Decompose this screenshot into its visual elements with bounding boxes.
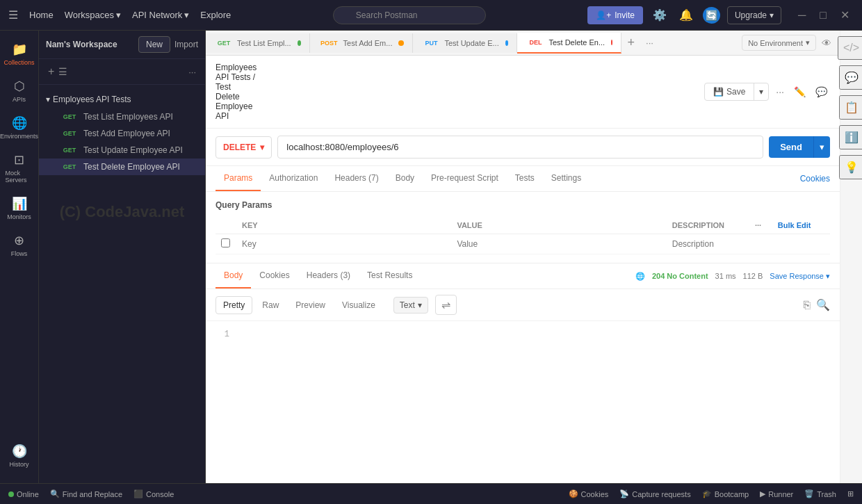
invite-button[interactable]: 👤+ Invite bbox=[587, 6, 643, 24]
cookies-link[interactable]: Cookies bbox=[800, 174, 830, 184]
save-dropdown-button[interactable]: ▾ bbox=[754, 83, 768, 100]
tab-get-list[interactable]: GET Test List Empl... bbox=[206, 33, 310, 53]
tab-delete-active[interactable]: DEL Test Delete En... bbox=[517, 33, 621, 54]
sync-icon[interactable]: 🔄 bbox=[703, 7, 720, 24]
tab-post-add[interactable]: POST Test Add Em... bbox=[310, 33, 413, 53]
search-input[interactable]: Search Postman bbox=[333, 6, 486, 24]
minimize-button[interactable]: ─ bbox=[794, 7, 810, 23]
add-collection-button[interactable]: + bbox=[46, 63, 56, 80]
filter-button[interactable]: ☰ bbox=[56, 64, 70, 79]
fmt-tab-pretty[interactable]: Pretty bbox=[216, 296, 252, 314]
api-network-link[interactable]: API Network ▾ bbox=[132, 10, 189, 20]
fmt-tab-visualize[interactable]: Visualize bbox=[335, 297, 382, 314]
right-info-icon[interactable]: ℹ️ bbox=[839, 125, 863, 149]
row-checkbox[interactable] bbox=[221, 238, 230, 247]
wrap-icon[interactable]: ⇌ bbox=[435, 295, 457, 315]
add-tab-button[interactable]: + bbox=[621, 35, 640, 50]
right-comment-icon[interactable]: 💬 bbox=[839, 65, 863, 90]
send-dropdown-button[interactable]: ▾ bbox=[813, 136, 830, 158]
bulk-edit-button[interactable]: Bulk Edit bbox=[778, 221, 811, 229]
runner-button[interactable]: ▶ Runner bbox=[760, 489, 793, 498]
console-button[interactable]: ⬛ Console bbox=[133, 489, 174, 498]
settings-icon[interactable]: ⚙️ bbox=[650, 6, 669, 24]
col-bulk[interactable]: Bulk Edit bbox=[772, 217, 830, 234]
notifications-icon[interactable]: 🔔 bbox=[676, 6, 696, 24]
tab-authorization[interactable]: Authorization bbox=[261, 166, 326, 191]
collection-more-button[interactable]: ··· bbox=[186, 65, 198, 79]
params-section: Query Params KEY VALUE DESCRIPTION ··· B… bbox=[206, 192, 840, 263]
trash-button[interactable]: 🗑️ Trash bbox=[804, 489, 836, 498]
edit-icon[interactable]: ✏️ bbox=[791, 83, 808, 100]
layout-button[interactable]: ⊞ bbox=[847, 489, 854, 498]
collection-tree: ▾ Employees API Tests GET Test List Empl… bbox=[39, 85, 205, 483]
right-clipboard-icon[interactable]: 📋 bbox=[839, 95, 863, 120]
env-select-dropdown[interactable]: No Environment ▾ bbox=[742, 35, 816, 51]
capture-button[interactable]: 📡 Capture requests bbox=[619, 489, 690, 498]
sidebar-item-environments[interactable]: 🌐 Environments bbox=[3, 110, 36, 144]
fmt-tab-preview[interactable]: Preview bbox=[288, 297, 332, 314]
right-sidebar: </> 💬 📋 ℹ️ 💡 bbox=[840, 31, 862, 483]
resp-tab-cookies[interactable]: Cookies bbox=[251, 263, 298, 288]
save-button[interactable]: 💾 Save bbox=[705, 83, 754, 100]
fmt-tab-raw[interactable]: Raw bbox=[255, 297, 286, 314]
breadcrumb-collection[interactable]: Employees API Tests bbox=[216, 63, 257, 82]
menu-icon[interactable]: ☰ bbox=[8, 8, 18, 22]
home-link[interactable]: Home bbox=[29, 10, 54, 20]
more-tabs-button[interactable]: ··· bbox=[640, 38, 659, 48]
sidebar-item-apis[interactable]: ⬡ APIs bbox=[3, 73, 36, 107]
sidebar-item-flows[interactable]: ⊕ Flows bbox=[3, 227, 36, 261]
tab-settings[interactable]: Settings bbox=[543, 166, 589, 191]
sidebar-item-collections[interactable]: 📁 Collections bbox=[3, 36, 36, 70]
globe-icon: 🌐 bbox=[635, 272, 645, 281]
cookies-bottom-button[interactable]: 🍪 Cookies bbox=[569, 489, 609, 498]
sidebar-item-history[interactable]: 🕐 History bbox=[3, 438, 36, 472]
request-tabs: Params Authorization Headers (7) Body Pr… bbox=[206, 166, 840, 192]
description-input[interactable] bbox=[672, 239, 824, 249]
resp-tab-headers[interactable]: Headers (3) bbox=[298, 263, 359, 288]
env-settings-icon[interactable]: 👁 bbox=[819, 35, 834, 51]
copy-response-button[interactable]: ⎘ bbox=[804, 298, 811, 311]
right-code-icon[interactable]: </> bbox=[838, 36, 862, 60]
tab-body[interactable]: Body bbox=[387, 166, 423, 191]
tab-tests[interactable]: Tests bbox=[507, 166, 543, 191]
environment-selector[interactable]: No Environment ▾ 👁 bbox=[742, 35, 840, 51]
maximize-button[interactable]: □ bbox=[815, 7, 831, 23]
chat-icon[interactable]: 💬 bbox=[813, 83, 830, 100]
workspaces-link[interactable]: Workspaces ▾ bbox=[65, 10, 121, 20]
tab-params[interactable]: Params bbox=[216, 166, 261, 191]
resp-tab-test-results[interactable]: Test Results bbox=[359, 263, 421, 288]
import-button[interactable]: Import bbox=[174, 40, 198, 49]
list-item[interactable]: GET Test Delete Employee API bbox=[39, 158, 205, 175]
url-input[interactable] bbox=[277, 136, 763, 158]
sidebar-item-mock-servers[interactable]: ⊡ Mock Servers bbox=[3, 147, 36, 188]
close-button[interactable]: ✕ bbox=[836, 7, 854, 23]
runner-icon: ▶ bbox=[760, 489, 765, 498]
list-item[interactable]: GET Test Add Employee API bbox=[39, 125, 205, 142]
tab-headers[interactable]: Headers (7) bbox=[326, 166, 387, 191]
method-chevron: ▾ bbox=[260, 143, 264, 152]
save-response-button[interactable]: Save Response ▾ bbox=[770, 272, 830, 281]
tab-label-0: Test List Empl... bbox=[237, 39, 291, 47]
right-lightbulb-icon[interactable]: 💡 bbox=[839, 155, 863, 179]
list-item[interactable]: GET Test Update Employee API bbox=[39, 142, 205, 158]
tab-pre-request[interactable]: Pre-request Script bbox=[423, 166, 507, 191]
key-input[interactable] bbox=[242, 239, 446, 249]
upgrade-button[interactable]: Upgrade ▾ bbox=[727, 6, 781, 24]
tab-put-update[interactable]: PUT Test Update E... bbox=[413, 33, 517, 53]
explore-link[interactable]: Explore bbox=[200, 10, 231, 20]
resp-tab-body[interactable]: Body bbox=[216, 263, 251, 288]
value-input[interactable] bbox=[457, 239, 660, 249]
search-response-button[interactable]: 🔍 bbox=[816, 298, 830, 311]
text-format-select[interactable]: Text ▾ bbox=[393, 297, 428, 314]
watermark: (C) CodeJava.net bbox=[39, 189, 205, 235]
sidebar-item-monitors[interactable]: 📊 Monitors bbox=[3, 190, 36, 225]
send-button[interactable]: Send bbox=[769, 136, 813, 158]
list-item[interactable]: GET Test List Employees API bbox=[39, 108, 205, 125]
new-button[interactable]: New bbox=[138, 36, 170, 53]
method-select[interactable]: DELETE ▾ bbox=[216, 136, 272, 158]
tab-dot-2 bbox=[505, 40, 509, 46]
collection-name[interactable]: ▾ Employees API Tests bbox=[39, 90, 205, 108]
comment-icon[interactable]: ··· bbox=[773, 83, 787, 100]
find-replace-button[interactable]: 🔍 Find and Replace bbox=[50, 489, 122, 498]
bootcamp-button[interactable]: 🎓 Bootcamp bbox=[702, 489, 749, 498]
